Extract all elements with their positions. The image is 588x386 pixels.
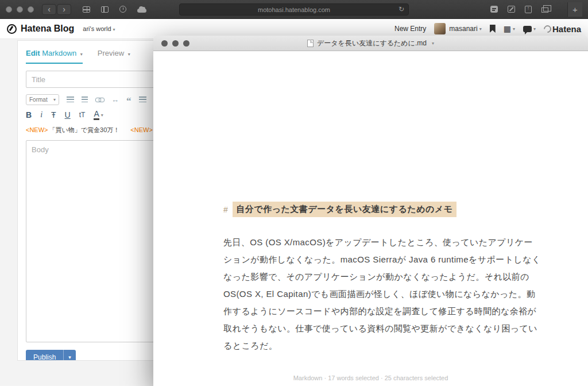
navigation-buttons: ‹ ›: [42, 4, 71, 15]
annotation-icon[interactable]: [490, 6, 498, 13]
grid-icon: ▦: [504, 25, 511, 33]
chevron-down-icon: ▾: [101, 113, 103, 118]
traffic-lights: [161, 40, 189, 47]
new-tag: <NEW>: [26, 126, 48, 133]
tab-edit-label: Edit: [26, 49, 40, 57]
window-zoom-button[interactable]: [183, 40, 189, 47]
status-bar: Markdown · 17 words selected · 25 charac…: [153, 375, 588, 381]
address-bar[interactable]: motohasi.hatenablog.com ↻: [179, 3, 409, 16]
notice-text: 「買い物」で賞金30万！: [49, 126, 120, 133]
paragraph-line: るところだ。: [223, 337, 541, 354]
italic-button[interactable]: i: [40, 110, 42, 119]
document-icon: [307, 40, 314, 47]
chevron-down-icon: ▾: [533, 26, 536, 32]
strikethrough-button[interactable]: Ŧ: [51, 110, 56, 119]
underline-button[interactable]: U: [65, 110, 71, 119]
bullet-list-icon[interactable]: [67, 96, 74, 103]
markdown-document[interactable]: # 自分で作った文書データを長い友達にするためのメモ 先日、OS (OS X/m…: [153, 51, 588, 386]
history-icon[interactable]: [119, 6, 126, 13]
safari-toolbar: ‹ › motohasi.hatenablog.com ↻ +: [0, 0, 588, 19]
tabs-icon[interactable]: [541, 7, 548, 13]
notice-link[interactable]: <NEW>「買い物」で賞金30万！: [26, 126, 121, 133]
document-heading: # 自分で作った文書データを長い友達にするためのメモ: [223, 202, 457, 217]
new-tag: <NEW>: [130, 126, 153, 133]
username-label: masanari: [449, 25, 477, 33]
reload-icon[interactable]: ↻: [399, 5, 404, 13]
chevron-down-icon: ▾: [80, 52, 83, 57]
format-select[interactable]: Format ▾: [26, 94, 59, 105]
hatena-blog-logo-text: Hatena Blog: [21, 24, 74, 34]
publish-options-button[interactable]: ▾: [63, 350, 76, 361]
markup-icon[interactable]: [508, 6, 515, 13]
paragraph-line: 作するようにソースコードや内部的な設定を調査して修正する時間的な余裕が: [223, 303, 541, 320]
chevron-down-icon: ▾: [513, 26, 515, 32]
window-close-button[interactable]: [161, 40, 168, 47]
tab-edit-mode-label: Markdown: [42, 49, 76, 57]
blockquote-icon[interactable]: “: [126, 98, 131, 104]
hatena-blog-logo-icon: [7, 24, 17, 34]
align-icon[interactable]: [139, 96, 146, 103]
tab-preview[interactable]: Preview ▾: [98, 49, 130, 64]
paragraph-line: 先日、OS (OS X/macOS)をアップデートしたところ、使っていたアプリケ…: [223, 234, 541, 251]
text-color-letter: A: [94, 110, 99, 120]
format-select-label: Format: [29, 96, 48, 103]
horizontal-rule-icon[interactable]: ↔: [111, 96, 119, 103]
chevron-down-icon: ▾: [128, 52, 130, 57]
paragraph-line: OS(OS X, El Capitan)でも画面描画が怪しく、ほぼ使い物にならな…: [223, 285, 541, 303]
heading-text-selected: 自分で作った文書データを長い友達にするためのメモ: [233, 202, 456, 217]
heading-marker: #: [223, 205, 228, 214]
window-minimize-button[interactable]: [172, 40, 179, 47]
avatar: [434, 23, 446, 34]
window-close-button[interactable]: [6, 6, 12, 13]
chevron-down-icon: ▾: [53, 97, 56, 102]
header-right: New Entry masanari ▾ ▦ ▾ ▾ Hatena: [394, 23, 581, 34]
bookmark-icon[interactable]: [490, 25, 496, 33]
traffic-lights: [6, 6, 34, 13]
hatena-blog-logo[interactable]: Hatena Blog: [7, 24, 74, 34]
tab-preview-label: Preview: [98, 49, 124, 57]
apps-menu[interactable]: ▦ ▾: [504, 25, 515, 33]
text-size-button[interactable]: tT: [79, 111, 86, 119]
blog-name-label: ari's world: [83, 25, 111, 32]
publish-button-group: Publish ▾: [26, 350, 76, 361]
hatena-mark-icon: [542, 24, 552, 34]
account-menu[interactable]: masanari ▾: [434, 23, 481, 34]
new-tab-button[interactable]: +: [567, 2, 582, 17]
paragraph-line: 取れそうもない。仕事で使っている資料の閲覧や更新ができなくなり困ってい: [223, 320, 541, 337]
blog-name-menu[interactable]: ari's world▾: [83, 25, 115, 32]
window-minimize-button[interactable]: [17, 6, 23, 13]
markdown-editor-window: データを長い友達にするために.md ▾ # 自分で作った文書データを長い友達にす…: [153, 36, 588, 386]
desktop: ‹ › motohasi.hatenablog.com ↻ +: [0, 0, 588, 386]
paragraph-line: ションが動作しなくなった。macOS Sierraが Java 6 runtim…: [223, 251, 541, 268]
chevron-down-icon[interactable]: ▾: [432, 41, 434, 46]
icloud-tabs-icon[interactable]: [137, 9, 146, 13]
paragraph-line: なった影響で、そのアプリケーションが動かなくなったようだ。それ以前の: [223, 268, 541, 285]
hatena-logo-text: Hatena: [552, 24, 581, 34]
new-entry-link[interactable]: New Entry: [394, 25, 426, 33]
speech-bubble-icon: [523, 26, 532, 32]
publish-button[interactable]: Publish: [26, 350, 63, 361]
toolbar-right-icons: +: [490, 2, 582, 17]
url-text: motohasi.hatenablog.com: [258, 6, 330, 13]
back-button[interactable]: ‹: [42, 4, 56, 15]
bold-button[interactable]: B: [26, 110, 32, 119]
share-icon[interactable]: [525, 6, 532, 13]
tab-overview-icon[interactable]: [83, 6, 90, 13]
hatena-corporate-logo[interactable]: Hatena: [544, 24, 581, 34]
window-title-text: データを長い友達にするために.md: [317, 38, 427, 48]
link-icon[interactable]: [95, 97, 104, 102]
document-paragraph: 先日、OS (OS X/macOS)をアップデートしたところ、使っていたアプリケ…: [223, 234, 541, 354]
toolbar-left-icons: [83, 6, 146, 13]
forward-button[interactable]: ›: [57, 4, 71, 15]
tab-edit-markdown[interactable]: Edit Markdown ▾: [26, 49, 83, 64]
window-title: データを長い友達にするために.md ▾: [307, 38, 434, 48]
markdown-window-titlebar[interactable]: データを長い友達にするために.md ▾: [153, 36, 588, 51]
numbered-list-icon[interactable]: [82, 96, 88, 103]
chevron-down-icon: ▾: [479, 26, 482, 32]
sidebar-icon[interactable]: [101, 6, 109, 13]
text-color-button[interactable]: A ▾: [94, 110, 103, 120]
chevron-down-icon: ▾: [113, 27, 115, 32]
window-zoom-button[interactable]: [28, 6, 34, 13]
notifications-menu[interactable]: ▾: [523, 26, 536, 32]
